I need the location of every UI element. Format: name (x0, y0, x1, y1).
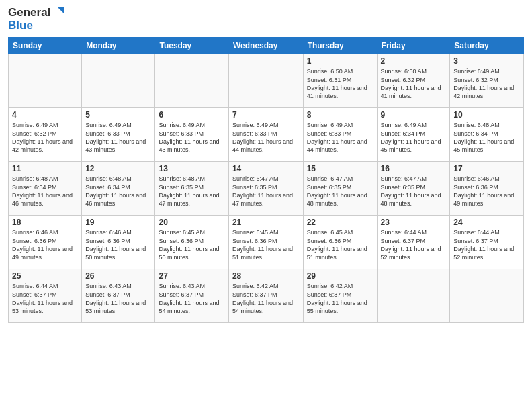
day-cell: 10Sunrise: 6:48 AM Sunset: 6:34 PM Dayli… (450, 108, 524, 162)
day-number: 22 (307, 218, 373, 227)
day-cell: 16Sunrise: 6:47 AM Sunset: 6:35 PM Dayli… (377, 162, 450, 216)
day-number: 2 (381, 56, 447, 66)
day-cell: 22Sunrise: 6:45 AM Sunset: 6:36 PM Dayli… (303, 216, 377, 269)
day-info: Sunrise: 6:49 AM Sunset: 6:32 PM Dayligh… (12, 121, 78, 154)
day-info: Sunrise: 6:49 AM Sunset: 6:33 PM Dayligh… (232, 121, 300, 154)
day-cell: 5Sunrise: 6:49 AM Sunset: 6:33 PM Daylig… (82, 108, 155, 162)
day-info: Sunrise: 6:46 AM Sunset: 6:36 PM Dayligh… (85, 228, 151, 261)
day-cell: 27Sunrise: 6:43 AM Sunset: 6:37 PM Dayli… (155, 269, 228, 323)
day-cell: 8Sunrise: 6:49 AM Sunset: 6:33 PM Daylig… (303, 108, 377, 162)
day-number: 24 (453, 218, 520, 227)
week-row-3: 11Sunrise: 6:48 AM Sunset: 6:34 PM Dayli… (9, 162, 524, 216)
day-cell: 25Sunrise: 6:44 AM Sunset: 6:37 PM Dayli… (9, 269, 82, 323)
day-info: Sunrise: 6:47 AM Sunset: 6:35 PM Dayligh… (381, 175, 447, 208)
day-cell: 17Sunrise: 6:46 AM Sunset: 6:36 PM Dayli… (450, 162, 524, 216)
svg-marker-0 (58, 7, 64, 13)
day-info: Sunrise: 6:48 AM Sunset: 6:34 PM Dayligh… (12, 175, 78, 208)
day-cell: 12Sunrise: 6:48 AM Sunset: 6:34 PM Dayli… (82, 162, 155, 216)
day-info: Sunrise: 6:47 AM Sunset: 6:35 PM Dayligh… (307, 175, 373, 208)
day-cell: 23Sunrise: 6:44 AM Sunset: 6:37 PM Dayli… (377, 216, 450, 269)
week-row-4: 18Sunrise: 6:46 AM Sunset: 6:36 PM Dayli… (9, 216, 524, 269)
day-number: 11 (12, 164, 78, 173)
day-cell: 20Sunrise: 6:45 AM Sunset: 6:36 PM Dayli… (155, 216, 228, 269)
day-cell: 26Sunrise: 6:43 AM Sunset: 6:37 PM Dayli… (82, 269, 155, 323)
day-cell: 13Sunrise: 6:48 AM Sunset: 6:35 PM Dayli… (155, 162, 228, 216)
logo-arrow-icon (52, 7, 64, 19)
col-header-tuesday: Tuesday (155, 38, 228, 54)
day-info: Sunrise: 6:49 AM Sunset: 6:33 PM Dayligh… (307, 121, 373, 154)
day-number: 19 (85, 218, 151, 227)
week-row-2: 4Sunrise: 6:49 AM Sunset: 6:32 PM Daylig… (9, 108, 524, 162)
day-cell: 29Sunrise: 6:42 AM Sunset: 6:37 PM Dayli… (303, 269, 377, 323)
day-number: 25 (12, 271, 78, 281)
day-number: 9 (381, 110, 447, 120)
day-number: 18 (12, 218, 78, 227)
day-cell: 6Sunrise: 6:49 AM Sunset: 6:33 PM Daylig… (155, 108, 228, 162)
day-cell (155, 54, 228, 108)
day-number: 29 (307, 271, 373, 281)
day-cell: 4Sunrise: 6:49 AM Sunset: 6:32 PM Daylig… (9, 108, 82, 162)
day-info: Sunrise: 6:46 AM Sunset: 6:36 PM Dayligh… (12, 228, 78, 261)
day-cell (377, 269, 450, 323)
day-info: Sunrise: 6:43 AM Sunset: 6:37 PM Dayligh… (85, 282, 151, 315)
day-info: Sunrise: 6:49 AM Sunset: 6:32 PM Dayligh… (453, 67, 520, 100)
day-cell (450, 269, 524, 323)
day-info: Sunrise: 6:49 AM Sunset: 6:33 PM Dayligh… (85, 121, 151, 154)
day-cell: 19Sunrise: 6:46 AM Sunset: 6:36 PM Dayli… (82, 216, 155, 269)
day-info: Sunrise: 6:42 AM Sunset: 6:37 PM Dayligh… (307, 282, 373, 315)
header-row: SundayMondayTuesdayWednesdayThursdayFrid… (9, 38, 524, 54)
day-number: 3 (453, 56, 520, 66)
col-header-thursday: Thursday (303, 38, 377, 54)
day-number: 28 (232, 271, 300, 281)
logo-container: General Blue (8, 7, 64, 32)
day-number: 10 (453, 110, 520, 120)
day-info: Sunrise: 6:48 AM Sunset: 6:34 PM Dayligh… (85, 175, 151, 208)
day-info: Sunrise: 6:49 AM Sunset: 6:33 PM Dayligh… (159, 121, 224, 154)
day-number: 23 (381, 218, 447, 227)
day-info: Sunrise: 6:45 AM Sunset: 6:36 PM Dayligh… (159, 228, 224, 261)
day-info: Sunrise: 6:45 AM Sunset: 6:36 PM Dayligh… (232, 228, 300, 261)
week-row-5: 25Sunrise: 6:44 AM Sunset: 6:37 PM Dayli… (9, 269, 524, 323)
logo-general: General (8, 7, 50, 19)
day-cell: 28Sunrise: 6:42 AM Sunset: 6:37 PM Dayli… (228, 269, 303, 323)
day-number: 8 (307, 110, 373, 120)
col-header-friday: Friday (377, 38, 450, 54)
day-info: Sunrise: 6:42 AM Sunset: 6:37 PM Dayligh… (232, 282, 300, 315)
day-number: 27 (159, 271, 224, 281)
day-info: Sunrise: 6:44 AM Sunset: 6:37 PM Dayligh… (12, 282, 78, 315)
day-cell (228, 54, 303, 108)
day-info: Sunrise: 6:50 AM Sunset: 6:32 PM Dayligh… (381, 67, 447, 100)
day-cell (82, 54, 155, 108)
day-cell: 11Sunrise: 6:48 AM Sunset: 6:34 PM Dayli… (9, 162, 82, 216)
day-number: 6 (159, 110, 224, 120)
day-cell: 14Sunrise: 6:47 AM Sunset: 6:35 PM Dayli… (228, 162, 303, 216)
day-info: Sunrise: 6:49 AM Sunset: 6:34 PM Dayligh… (381, 121, 447, 154)
day-cell: 9Sunrise: 6:49 AM Sunset: 6:34 PM Daylig… (377, 108, 450, 162)
day-number: 17 (453, 164, 520, 173)
day-info: Sunrise: 6:44 AM Sunset: 6:37 PM Dayligh… (453, 228, 520, 261)
day-cell: 21Sunrise: 6:45 AM Sunset: 6:36 PM Dayli… (228, 216, 303, 269)
day-number: 16 (381, 164, 447, 173)
logo: General Blue (8, 7, 64, 32)
col-header-wednesday: Wednesday (228, 38, 303, 54)
col-header-saturday: Saturday (450, 38, 524, 54)
day-cell: 3Sunrise: 6:49 AM Sunset: 6:32 PM Daylig… (450, 54, 524, 108)
logo-blue: Blue (8, 19, 64, 32)
day-info: Sunrise: 6:46 AM Sunset: 6:36 PM Dayligh… (453, 175, 520, 208)
day-cell: 15Sunrise: 6:47 AM Sunset: 6:35 PM Dayli… (303, 162, 377, 216)
day-cell: 1Sunrise: 6:50 AM Sunset: 6:31 PM Daylig… (303, 54, 377, 108)
day-info: Sunrise: 6:44 AM Sunset: 6:37 PM Dayligh… (381, 228, 447, 261)
day-info: Sunrise: 6:48 AM Sunset: 6:35 PM Dayligh… (159, 175, 224, 208)
day-number: 5 (85, 110, 151, 120)
day-number: 26 (85, 271, 151, 281)
day-number: 12 (85, 164, 151, 173)
day-cell (9, 54, 82, 108)
day-cell: 18Sunrise: 6:46 AM Sunset: 6:36 PM Dayli… (9, 216, 82, 269)
day-info: Sunrise: 6:45 AM Sunset: 6:36 PM Dayligh… (307, 228, 373, 261)
day-cell: 2Sunrise: 6:50 AM Sunset: 6:32 PM Daylig… (377, 54, 450, 108)
calendar-page: General Blue SundayMondayTuesdayWednesda… (0, 0, 532, 411)
header: General Blue (8, 7, 524, 32)
day-number: 7 (232, 110, 300, 120)
day-info: Sunrise: 6:48 AM Sunset: 6:34 PM Dayligh… (453, 121, 520, 154)
col-header-sunday: Sunday (9, 38, 82, 54)
